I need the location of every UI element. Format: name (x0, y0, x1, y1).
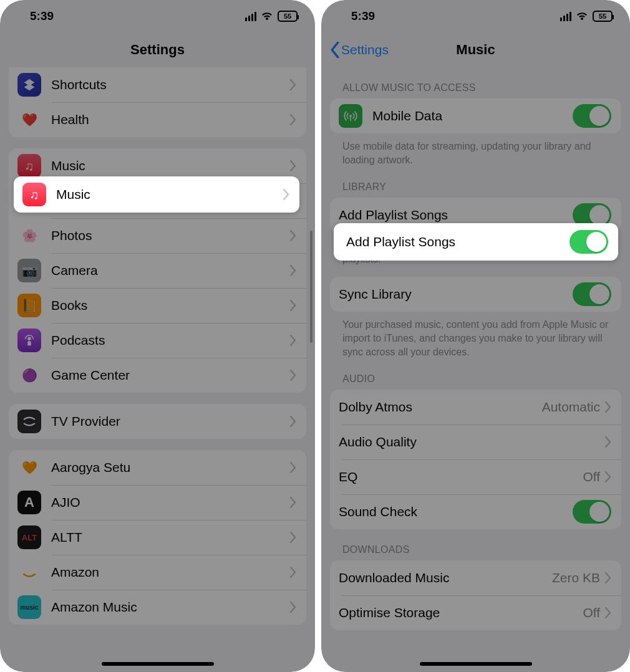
tv-provider-icon (17, 410, 41, 433)
row-podcasts[interactable]: Podcasts (9, 323, 306, 358)
aarogya-icon: 🧡 (17, 456, 41, 479)
screenshot-music-settings: 5:39 55 Settings Music ALLOW MUSIC TO AC… (321, 0, 630, 672)
row-mobile-data[interactable]: Mobile Data (330, 98, 621, 133)
row-label: Mobile Data (372, 108, 573, 123)
home-indicator[interactable] (102, 662, 214, 666)
row-label: Books (51, 298, 290, 313)
row-amazon[interactable]: Amazon (9, 555, 306, 590)
back-label: Settings (341, 42, 389, 57)
chevron-right-icon (605, 401, 611, 413)
health-icon: ❤️ (17, 108, 41, 132)
footer-mobile-data: Use mobile data for streaming, updating … (330, 133, 621, 166)
music-icon: ♫ (22, 183, 46, 206)
chevron-right-icon (290, 79, 296, 90)
status-time: 5:39 (30, 9, 54, 23)
chevron-right-icon (283, 189, 289, 200)
row-label: Sync Library (339, 287, 573, 302)
row-label: Game Center (51, 368, 290, 383)
section-header-audio: AUDIO (330, 358, 621, 390)
amazon-music-icon: music (17, 595, 41, 619)
row-label: Health (51, 112, 290, 127)
cellular-icon (560, 12, 571, 21)
row-health[interactable]: ❤️ Health (9, 102, 306, 137)
row-optimise-storage[interactable]: Optimise Storage Off (330, 595, 621, 630)
toggle-sound-check[interactable] (573, 500, 611, 524)
svg-rect-2 (350, 116, 351, 121)
chevron-right-icon (290, 567, 296, 578)
row-label: Downloaded Music (339, 570, 552, 585)
row-sound-check[interactable]: Sound Check (330, 494, 621, 529)
status-bar: 5:39 55 (0, 0, 315, 32)
row-photos[interactable]: 🌸 Photos (9, 218, 306, 253)
row-amazon-music[interactable]: music Amazon Music (9, 590, 306, 625)
row-ajio[interactable]: A AJIO (9, 485, 306, 520)
ajio-icon: A (17, 491, 41, 514)
podcasts-icon (17, 329, 41, 352)
page-title: Music (456, 42, 495, 58)
row-label: Amazon Music (51, 600, 290, 615)
svg-point-0 (27, 337, 31, 341)
row-books[interactable]: 📙 Books (9, 288, 306, 323)
row-camera[interactable]: 📷 Camera (9, 253, 306, 288)
row-label: Shortcuts (51, 77, 290, 92)
row-label: Add Playlist Songs (339, 208, 573, 223)
chevron-right-icon (290, 497, 296, 508)
toggle-sync-library[interactable] (573, 282, 611, 306)
row-label: Music (51, 158, 290, 173)
chevron-right-icon (290, 265, 296, 276)
row-dolby-atmos[interactable]: Dolby Atmos Automatic (330, 390, 621, 425)
chevron-right-icon (605, 471, 611, 482)
row-value: Automatic (542, 400, 600, 415)
amazon-icon (17, 560, 41, 584)
toggle-add-playlist[interactable] (569, 230, 608, 254)
row-tv-provider[interactable]: TV Provider (9, 404, 306, 439)
home-indicator[interactable] (420, 662, 532, 666)
chevron-right-icon (290, 532, 296, 543)
wifi-icon (576, 11, 588, 21)
game-center-icon: 🟣 (17, 363, 41, 387)
status-time: 5:39 (351, 9, 375, 23)
screenshot-settings-list: 5:39 55 Settings Shortcuts ❤️ Health ♫ (0, 0, 315, 672)
row-label: Photos (51, 228, 290, 243)
highlight-add-playlist-row[interactable]: Add Playlist Songs (334, 223, 618, 261)
chevron-right-icon (290, 160, 296, 171)
row-label: Audio Quality (339, 434, 605, 449)
antenna-icon (339, 104, 362, 128)
row-label: Optimise Storage (339, 605, 583, 620)
scroll-indicator[interactable] (310, 231, 313, 343)
row-label: Add Playlist Songs (346, 234, 569, 249)
row-label: TV Provider (51, 414, 290, 429)
status-bar: 5:39 55 (321, 0, 630, 32)
row-label: Dolby Atmos (339, 400, 542, 415)
toggle-mobile-data[interactable] (573, 104, 611, 128)
highlight-music-row[interactable]: ♫ Music (14, 176, 299, 213)
shortcuts-icon (17, 73, 41, 97)
row-sync-library[interactable]: Sync Library (330, 277, 621, 312)
footer-sync-library: Your purchased music, content you add fr… (330, 312, 621, 358)
row-aarogya-setu[interactable]: 🧡 Aarogya Setu (9, 450, 306, 485)
row-audio-quality[interactable]: Audio Quality (330, 425, 621, 459)
row-game-center[interactable]: 🟣 Game Center (9, 358, 306, 393)
chevron-right-icon (290, 370, 296, 381)
row-altt[interactable]: ALT ALTT (9, 520, 306, 555)
battery-icon: 55 (278, 11, 298, 22)
row-label: AJIO (51, 495, 290, 510)
chevron-right-icon (290, 300, 296, 311)
battery-icon: 55 (593, 11, 613, 22)
chevron-right-icon (290, 114, 296, 125)
row-eq[interactable]: EQ Off (330, 459, 621, 494)
section-header-library: LIBRARY (330, 166, 621, 198)
music-settings-scroll[interactable]: ALLOW MUSIC TO ACCESS Mobile Data Use mo… (321, 67, 630, 655)
row-downloaded-music[interactable]: Downloaded Music Zero KB (330, 560, 621, 595)
photos-icon: 🌸 (17, 224, 41, 247)
row-label: Aarogya Setu (51, 460, 290, 475)
chevron-right-icon (605, 572, 611, 583)
row-shortcuts[interactable]: Shortcuts (9, 67, 306, 102)
status-icons: 55 (245, 11, 298, 22)
altt-icon: ALT (17, 526, 41, 549)
row-value: Zero KB (552, 570, 600, 585)
wifi-icon (261, 11, 273, 21)
settings-scroll[interactable]: Shortcuts ❤️ Health ♫ Music tv TV � (0, 67, 315, 650)
back-button[interactable]: Settings (330, 32, 389, 67)
row-label: Amazon (51, 565, 290, 580)
